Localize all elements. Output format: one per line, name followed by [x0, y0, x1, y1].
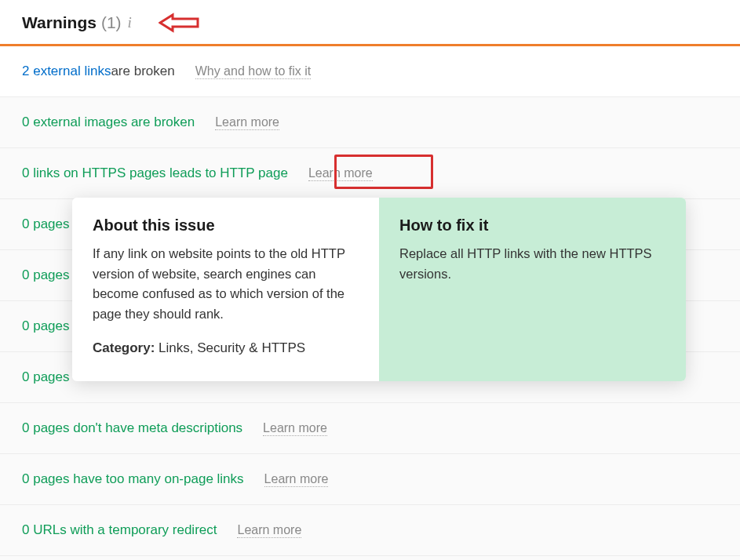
- tooltip-category-value: Links, Security & HTTPS: [155, 340, 305, 355]
- tooltip-category: Category: Links, Security & HTTPS: [93, 338, 359, 358]
- learn-more-link[interactable]: Learn more: [237, 523, 301, 538]
- issue-text: are broken: [111, 64, 174, 79]
- header-count: (1): [101, 13, 122, 32]
- issue-row[interactable]: 0 URLs with a temporary redirect Learn m…: [0, 505, 740, 556]
- tooltip-fix-title: How to fix it: [399, 216, 665, 235]
- issue-row[interactable]: 0 external images are broken Learn more: [0, 97, 740, 148]
- issue-text: 0 external images are broken: [22, 115, 195, 130]
- issue-text: 0 pages: [22, 216, 70, 232]
- learn-more-link[interactable]: Learn more: [308, 166, 373, 181]
- issue-row[interactable]: 0 links on HTTPS pages leads to HTTP pag…: [0, 148, 740, 199]
- issue-text: 0 pages: [22, 318, 70, 334]
- tooltip-about-panel: About this issue If any link on website …: [72, 198, 379, 381]
- tooltip-fix-body: Replace all HTTP links with the new HTTP…: [399, 244, 665, 284]
- warnings-header: Warnings (1) i: [0, 0, 740, 46]
- issue-row[interactable]: 0 pages have too many on-page links Lear…: [0, 454, 740, 505]
- issue-text: 0 pages: [22, 267, 70, 283]
- tooltip-about-title: About this issue: [93, 216, 359, 235]
- arrow-left-icon: [159, 13, 201, 33]
- issue-text: 0 pages have too many on-page links: [22, 471, 244, 487]
- issue-text: 0 pages don't have meta descriptions: [22, 420, 242, 436]
- header-title: Warnings: [22, 13, 97, 32]
- learn-more-link[interactable]: Learn more: [264, 472, 329, 487]
- issue-text: 0 links on HTTPS pages leads to HTTP pag…: [22, 165, 288, 181]
- why-how-link[interactable]: Why and how to fix it: [195, 64, 312, 79]
- issue-text: 0 pages: [22, 369, 70, 385]
- issue-row[interactable]: 2 external links are broken Why and how …: [0, 46, 740, 97]
- info-icon[interactable]: i: [128, 14, 132, 31]
- tooltip-fix-panel: How to fix it Replace all HTTP links wit…: [379, 198, 686, 381]
- tooltip-category-label: Category:: [93, 340, 155, 355]
- issue-text: 0 URLs with a temporary redirect: [22, 522, 217, 538]
- issue-tooltip: About this issue If any link on website …: [72, 198, 686, 381]
- tooltip-about-body: If any link on website points to the old…: [93, 244, 359, 324]
- issue-row[interactable]: 0 pages don't have meta descriptions Lea…: [0, 403, 740, 454]
- issue-count-link[interactable]: 2 external links: [22, 64, 111, 79]
- learn-more-link[interactable]: Learn more: [215, 115, 279, 130]
- learn-more-link[interactable]: Learn more: [263, 421, 327, 436]
